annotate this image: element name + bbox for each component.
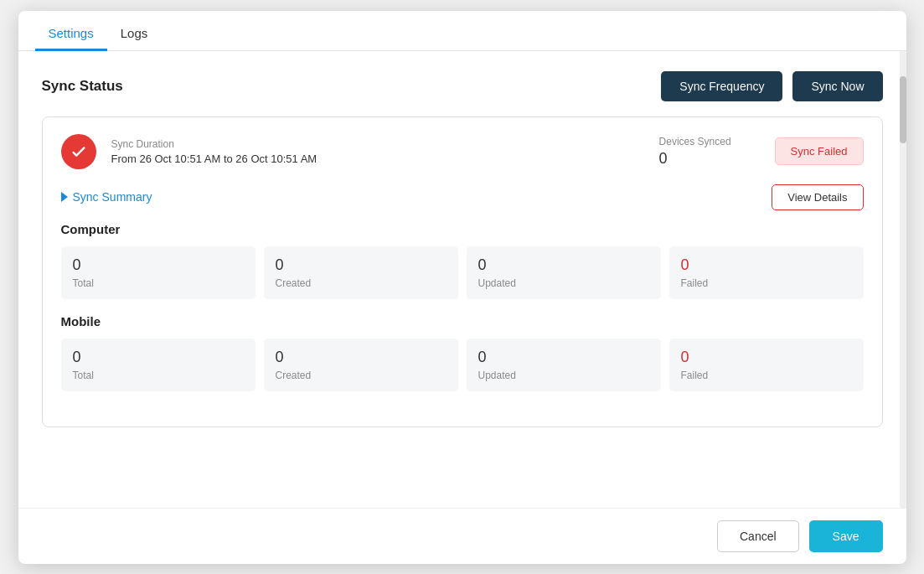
mobile-section: Mobile 0 Total 0 Created 0 Updated: [61, 314, 864, 391]
sync-duration-label: Sync Duration: [111, 138, 644, 150]
sync-summary-row: Sync Summary View Details: [61, 184, 864, 210]
status-icon: [61, 134, 96, 169]
view-details-button[interactable]: View Details: [772, 184, 863, 210]
sync-failed-badge: Sync Failed: [775, 137, 864, 165]
computer-created-label: Created: [276, 277, 447, 289]
computer-failed-label: Failed: [681, 277, 852, 289]
mobile-updated-cell: 0 Updated: [467, 339, 661, 391]
mobile-section-title: Mobile: [61, 314, 864, 328]
save-button[interactable]: Save: [809, 520, 883, 552]
computer-section-title: Computer: [61, 222, 864, 236]
sync-summary-label: Sync Summary: [73, 190, 152, 204]
sync-summary-toggle[interactable]: Sync Summary: [61, 190, 152, 204]
mobile-created-cell: 0 Created: [264, 339, 458, 391]
sync-now-button[interactable]: Sync Now: [792, 71, 882, 101]
computer-total-label: Total: [73, 277, 244, 289]
tab-logs[interactable]: Logs: [107, 18, 162, 51]
sync-frequency-button[interactable]: Sync Frequency: [661, 71, 782, 101]
computer-section: Computer 0 Total 0 Created 0 Updated: [61, 222, 864, 299]
sync-duration-block: Sync Duration From 26 Oct 10:51 AM to 26…: [111, 138, 644, 165]
computer-stats-grid: 0 Total 0 Created 0 Updated 0 Failed: [61, 246, 864, 299]
tab-bar: Settings Logs: [18, 11, 906, 51]
computer-created-value: 0: [276, 256, 447, 274]
sync-info-row: Sync Duration From 26 Oct 10:51 AM to 26…: [61, 134, 864, 169]
computer-total-value: 0: [73, 256, 244, 274]
dialog: Settings Logs Sync Status Sync Frequency…: [18, 11, 906, 564]
mobile-total-cell: 0 Total: [61, 339, 256, 391]
computer-created-cell: 0 Created: [264, 246, 458, 299]
computer-failed-cell: 0 Failed: [669, 246, 864, 299]
tab-settings[interactable]: Settings: [35, 18, 107, 51]
mobile-created-label: Created: [276, 370, 447, 381]
sync-duration-value: From 26 Oct 10:51 AM to 26 Oct 10:51 AM: [111, 153, 644, 165]
sync-status-header: Sync Status Sync Frequency Sync Now: [42, 71, 883, 101]
computer-updated-label: Updated: [478, 277, 649, 289]
devices-synced-block: Devices Synced 0: [659, 136, 760, 168]
computer-failed-value: 0: [681, 256, 852, 274]
devices-synced-label: Devices Synced: [659, 136, 760, 147]
scrollbar-track[interactable]: [900, 51, 906, 508]
header-buttons: Sync Frequency Sync Now: [661, 71, 882, 101]
content-area: Sync Status Sync Frequency Sync Now Sync…: [18, 51, 906, 508]
mobile-failed-cell: 0 Failed: [669, 339, 864, 391]
scrollbar-thumb[interactable]: [900, 76, 906, 143]
cancel-button[interactable]: Cancel: [717, 520, 799, 552]
mobile-total-label: Total: [73, 370, 244, 381]
mobile-failed-value: 0: [681, 349, 852, 366]
mobile-total-value: 0: [73, 349, 244, 366]
footer: Cancel Save: [18, 508, 906, 564]
mobile-failed-label: Failed: [681, 370, 852, 381]
sync-status-title: Sync Status: [42, 78, 123, 95]
mobile-updated-label: Updated: [478, 370, 649, 381]
expand-icon: [61, 192, 68, 202]
sync-card: Sync Duration From 26 Oct 10:51 AM to 26…: [42, 116, 883, 427]
mobile-updated-value: 0: [478, 349, 649, 366]
mobile-created-value: 0: [276, 349, 447, 366]
computer-total-cell: 0 Total: [61, 246, 256, 299]
mobile-stats-grid: 0 Total 0 Created 0 Updated 0 Failed: [61, 339, 864, 391]
computer-updated-value: 0: [478, 256, 649, 274]
devices-synced-value: 0: [659, 150, 760, 168]
computer-updated-cell: 0 Updated: [467, 246, 661, 299]
